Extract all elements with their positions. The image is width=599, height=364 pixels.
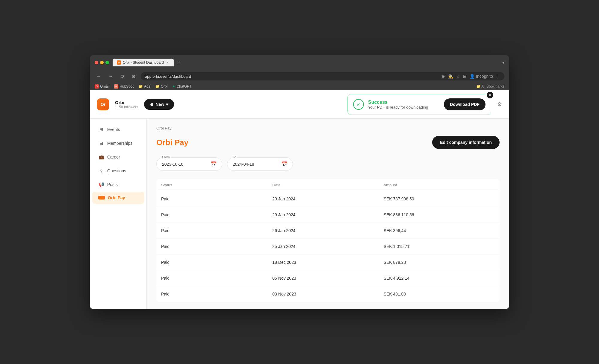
sidebar-item-questions[interactable]: ? Questions <box>92 164 144 177</box>
table-header: Status Date Amount <box>156 179 500 191</box>
from-date-input[interactable]: From 2023-10-18 📅 <box>156 157 222 171</box>
tab-close-button[interactable]: × <box>166 60 170 65</box>
bookmark-ads[interactable]: 📁 Ads <box>138 84 150 89</box>
success-text-block: Success Your PDF is ready for downloadin… <box>368 100 440 109</box>
to-date-input[interactable]: To 2024-04-18 📅 <box>227 157 293 171</box>
sidebar-career-label: Career <box>107 155 120 159</box>
minimize-window-button[interactable] <box>100 61 104 64</box>
hubspot-label: HubSpot <box>120 84 134 89</box>
active-tab[interactable]: O Orbi - Student Dashboard × <box>113 59 174 66</box>
all-bookmarks[interactable]: 📁 All Bookmarks <box>476 84 504 89</box>
forward-button[interactable]: → <box>107 73 115 80</box>
org-name: Orbi <box>115 100 138 105</box>
org-avatar: Or <box>97 98 109 110</box>
cell-status: Paid <box>161 212 272 217</box>
chatgpt-icon: ✦ <box>172 84 175 89</box>
table-row[interactable]: Paid 29 Jan 2024 SEK 787 998,50 <box>156 191 500 207</box>
translate-icon: ⊕ <box>441 74 445 79</box>
cell-date: 26 Jan 2024 <box>272 228 383 233</box>
profile-icon[interactable]: 👤 Incognito <box>470 74 493 79</box>
bookmark-gmail[interactable]: G Gmail <box>95 84 109 89</box>
address-text: app.orbi.events/dashboard <box>145 74 439 79</box>
cell-date: 18 Dec 2023 <box>272 260 383 265</box>
new-button[interactable]: ⊕ New ▾ <box>144 99 174 110</box>
address-icons: ⊕ 🕵 ☆ ⊟ 👤 Incognito ⋮ <box>441 74 500 79</box>
tabs-dropdown[interactable]: ▾ <box>502 60 504 65</box>
extensions-button[interactable]: ⊕ <box>130 73 137 80</box>
sidebar-item-career[interactable]: 💼 Career <box>92 150 144 164</box>
sidebar-posts-label: Posts <box>107 182 118 187</box>
table-row[interactable]: Paid 06 Nov 2023 SEK 4 912,14 <box>156 270 500 286</box>
refresh-button[interactable]: ↺ <box>119 73 126 80</box>
success-check-icon: ✓ <box>353 99 364 110</box>
browser-tabs: O Orbi - Student Dashboard × + ▾ <box>113 58 504 67</box>
all-bookmarks-label: All Bookmarks <box>481 84 504 89</box>
sidebar-item-events[interactable]: ⊞ Events <box>92 123 144 136</box>
events-icon: ⊞ <box>98 127 104 132</box>
cell-date: 29 Jan 2024 <box>272 197 383 201</box>
cell-status: Paid <box>161 197 272 201</box>
sidebar-item-posts[interactable]: 📢 Posts <box>92 178 144 191</box>
edit-company-button[interactable]: Edit company information <box>432 136 500 149</box>
app-window: Or Orbi 1150 followers ⊕ New ▾ ✓ Success… <box>90 90 509 309</box>
close-window-button[interactable] <box>95 61 98 64</box>
table-row[interactable]: Paid 03 Nov 2023 SEK 491,00 <box>156 286 500 302</box>
to-date-label: To <box>232 155 238 159</box>
col-header-date: Date <box>272 183 383 187</box>
cell-amount: SEK 878,28 <box>384 260 495 265</box>
col-header-amount: Amount <box>384 183 495 187</box>
address-bar[interactable]: app.orbi.events/dashboard ⊕ 🕵 ☆ ⊟ 👤 Inco… <box>141 72 504 80</box>
to-date-value: 2024-04-18 <box>233 162 278 167</box>
sidebar-events-label: Events <box>107 127 120 132</box>
cell-amount: SEK 787 998,50 <box>384 197 495 201</box>
all-bookmarks-icon: 📁 <box>476 84 481 89</box>
browser-addressbar: ← → ↺ ⊕ app.orbi.events/dashboard ⊕ 🕵 ☆ … <box>90 70 509 83</box>
new-tab-button[interactable]: + <box>175 58 183 67</box>
orbi-pay-icon <box>98 196 105 199</box>
bookmark-orbi[interactable]: 📁 Orbi <box>155 84 168 89</box>
menu-icon[interactable]: ⋮ <box>496 74 500 79</box>
cell-status: Paid <box>161 292 272 296</box>
table-body: Paid 29 Jan 2024 SEK 787 998,50 Paid 29 … <box>156 191 500 302</box>
ads-folder-icon: 📁 <box>138 84 143 89</box>
org-initials: Or <box>101 102 105 107</box>
cell-amount: SEK 4 912,14 <box>384 276 495 281</box>
breadcrumb: Orbi Pay <box>156 126 500 130</box>
sidebar: ⊞ Events ⊟ Memberships 💼 Career ? Questi… <box>90 119 147 309</box>
bookmark-chatgpt[interactable]: ✦ ChatGPT <box>172 84 191 89</box>
chevron-down-icon: ▾ <box>166 102 168 107</box>
top-nav-right: ✓ Success Your PDF is ready for download… <box>347 94 502 115</box>
bookmark-hubspot[interactable]: H HubSpot <box>114 84 134 89</box>
toast-close-button[interactable]: × <box>487 92 493 98</box>
table-row[interactable]: Paid 29 Jan 2024 SEK 886 110,56 <box>156 207 500 223</box>
table-row[interactable]: Paid 18 Dec 2023 SEK 878,28 <box>156 255 500 270</box>
back-button[interactable]: ← <box>95 73 103 80</box>
table-row[interactable]: Paid 26 Jan 2024 SEK 396,44 <box>156 223 500 239</box>
sidebar-toggle-icon[interactable]: ⊟ <box>463 74 467 79</box>
maximize-window-button[interactable] <box>105 61 109 64</box>
tab-title: Orbi - Student Dashboard <box>123 60 164 65</box>
org-info: Orbi 1150 followers <box>115 100 138 109</box>
to-calendar-icon: 📅 <box>281 161 287 167</box>
star-icon[interactable]: ☆ <box>456 74 460 79</box>
bookmarks-bar: G Gmail H HubSpot 📁 Ads 📁 Orbi ✦ ChatGPT… <box>90 83 509 90</box>
page-header: Orbi Pay Edit company information <box>156 136 500 149</box>
download-pdf-button[interactable]: Download PDF <box>444 98 485 110</box>
plus-icon: ⊕ <box>150 102 154 107</box>
questions-icon: ? <box>98 168 104 174</box>
browser-window: O Orbi - Student Dashboard × + ▾ ← → ↺ ⊕… <box>90 55 509 309</box>
table-row[interactable]: Paid 25 Jan 2024 SEK 1 015,71 <box>156 239 500 255</box>
incognito-icon: 🕵 <box>448 74 453 79</box>
tab-favicon: O <box>117 60 121 65</box>
new-label: New <box>155 102 164 107</box>
cell-amount: SEK 1 015,71 <box>384 244 495 249</box>
settings-icon[interactable]: ⚙ <box>497 101 502 108</box>
sidebar-item-memberships[interactable]: ⊟ Memberships <box>92 137 144 150</box>
sidebar-orbi-pay-label: Orbi Pay <box>108 195 125 200</box>
orbi-label: Orbi <box>161 84 168 89</box>
cell-status: Paid <box>161 228 272 233</box>
top-nav: Or Orbi 1150 followers ⊕ New ▾ ✓ Success… <box>90 90 509 119</box>
sidebar-item-orbi-pay[interactable]: Orbi Pay <box>92 192 144 204</box>
cell-status: Paid <box>161 244 272 249</box>
gmail-favicon: G <box>95 84 99 89</box>
